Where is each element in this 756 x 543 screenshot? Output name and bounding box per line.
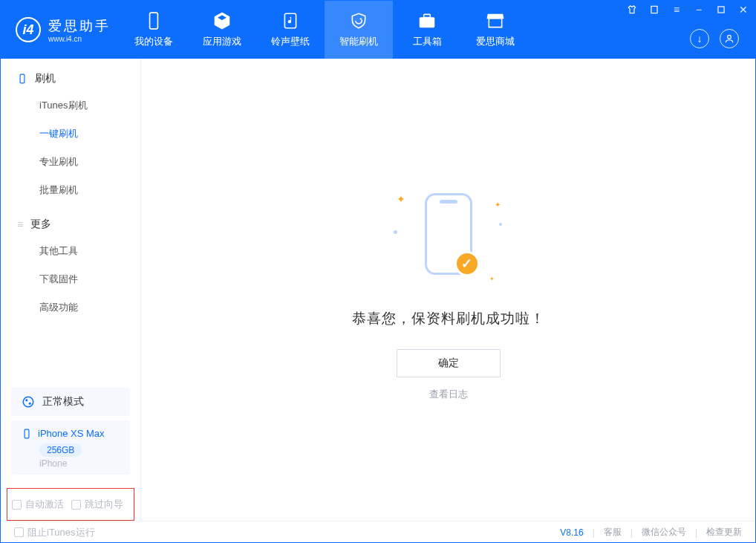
- check-update-link[interactable]: 检查更新: [706, 526, 742, 539]
- version-label: V8.16: [560, 527, 583, 538]
- main-nav: 我的设备 应用游戏 铃声壁纸 智能刷机 工具箱 爱思商城: [120, 1, 529, 59]
- checkbox-icon: [12, 500, 22, 510]
- nav-my-device[interactable]: 我的设备: [120, 1, 188, 59]
- toolbox-icon: [417, 11, 437, 30]
- sidebar: 刷机 iTunes刷机 一键刷机 专业刷机 批量刷机 ≡ 更多 其他工具 下载固…: [1, 59, 141, 521]
- svg-rect-7: [20, 74, 25, 83]
- maximize-button[interactable]: [715, 4, 727, 16]
- device-name: iPhone XS Max: [38, 428, 105, 439]
- device-card[interactable]: iPhone XS Max 256GB iPhone: [11, 420, 130, 475]
- svg-point-6: [728, 35, 731, 39]
- sparkle-icon: ✦: [397, 193, 405, 205]
- nav-label: 铃声壁纸: [271, 35, 310, 48]
- svg-rect-5: [718, 7, 724, 13]
- sidebar-section-flash: 刷机: [1, 59, 140, 91]
- phone-icon: [143, 11, 164, 30]
- mode-icon: [22, 395, 35, 409]
- svg-rect-4: [651, 6, 657, 13]
- checkbox-icon: [14, 527, 24, 537]
- sidebar-item-batch-flash[interactable]: 批量刷机: [1, 176, 140, 204]
- header-action-icons: ↓: [690, 29, 739, 48]
- list-icon: ≡: [17, 218, 23, 230]
- refresh-shield-icon: [348, 11, 369, 30]
- logo-icon: i4: [16, 17, 41, 42]
- nav-label: 应用游戏: [203, 35, 241, 48]
- checkbox-label: 自动激活: [25, 498, 64, 511]
- logo-text: 爱思助手 www.i4.cn: [48, 17, 111, 43]
- header: i4 爱思助手 www.i4.cn 我的设备 应用游戏 铃声壁纸 智能刷机 工具…: [1, 1, 755, 59]
- view-log-link[interactable]: 查看日志: [429, 388, 468, 401]
- dot-icon: [394, 230, 397, 234]
- nav-label: 爱思商城: [476, 35, 515, 48]
- wechat-link[interactable]: 微信公众号: [642, 526, 686, 539]
- download-icon[interactable]: ↓: [690, 29, 709, 48]
- app-name-en: www.i4.cn: [48, 35, 111, 43]
- nav-label: 工具箱: [413, 35, 442, 48]
- nav-label: 智能刷机: [339, 35, 378, 48]
- mode-label: 正常模式: [42, 395, 84, 409]
- main-content: ✦ ✦ ✦ ✓ 恭喜您，保资料刷机成功啦！ 确定 查看日志: [141, 59, 755, 521]
- success-illustration: ✦ ✦ ✦ ✓: [374, 178, 523, 290]
- sidebar-item-download-firmware[interactable]: 下载固件: [1, 265, 140, 293]
- sidebar-section-more: ≡ 更多: [1, 204, 140, 237]
- shop-icon: [485, 11, 506, 30]
- close-button[interactable]: ✕: [737, 4, 749, 16]
- mode-card[interactable]: 正常模式: [11, 388, 130, 416]
- music-icon: [280, 11, 301, 30]
- dot-icon: [499, 223, 502, 226]
- success-message: 恭喜您，保资料刷机成功啦！: [352, 309, 545, 328]
- shirt-icon[interactable]: [626, 4, 638, 16]
- app-name-cn: 爱思助手: [48, 17, 111, 35]
- user-icon[interactable]: [720, 29, 739, 48]
- sparkle-icon: ✦: [495, 201, 501, 209]
- footer: 阻止iTunes运行 V8.16 | 客服 | 微信公众号 | 检查更新: [1, 521, 755, 543]
- svg-rect-3: [424, 14, 431, 17]
- device-capacity: 256GB: [39, 443, 82, 457]
- section-title: 刷机: [35, 72, 56, 85]
- section-title: 更多: [30, 218, 51, 231]
- checkbox-label: 跳过向导: [85, 498, 123, 511]
- svg-point-9: [25, 399, 27, 401]
- sidebar-item-advanced[interactable]: 高级功能: [1, 293, 140, 322]
- svg-rect-11: [25, 429, 29, 438]
- support-link[interactable]: 客服: [604, 526, 622, 539]
- window-controls: ≡ − ✕: [626, 4, 749, 16]
- sidebar-item-oneclick-flash[interactable]: 一键刷机: [1, 120, 140, 148]
- sidebar-item-pro-flash[interactable]: 专业刷机: [1, 148, 140, 176]
- nav-toolbox[interactable]: 工具箱: [393, 1, 461, 59]
- checkbox-skip-guide[interactable]: 跳过向导: [71, 498, 123, 511]
- nav-label: 我的设备: [134, 35, 173, 48]
- note-icon[interactable]: [648, 4, 660, 16]
- sparkle-icon: ✦: [489, 276, 495, 282]
- checkbox-block-itunes[interactable]: 阻止iTunes运行: [14, 526, 95, 539]
- nav-store[interactable]: 爱思商城: [461, 1, 529, 59]
- nav-apps-games[interactable]: 应用游戏: [188, 1, 256, 59]
- checkbox-label: 阻止iTunes运行: [27, 526, 95, 539]
- svg-rect-2: [420, 18, 434, 27]
- minimize-button[interactable]: −: [693, 4, 705, 16]
- nav-smart-flash[interactable]: 智能刷机: [325, 1, 393, 59]
- sidebar-item-itunes-flash[interactable]: iTunes刷机: [1, 91, 140, 120]
- menu-icon[interactable]: ≡: [671, 4, 682, 16]
- body: 刷机 iTunes刷机 一键刷机 专业刷机 批量刷机 ≡ 更多 其他工具 下载固…: [1, 59, 755, 521]
- device-type: iPhone: [39, 458, 120, 469]
- svg-rect-0: [150, 13, 158, 29]
- device-phone-icon: [22, 429, 32, 439]
- cube-icon: [212, 11, 232, 30]
- checkbox-icon: [71, 500, 81, 510]
- logo-area: i4 爱思助手 www.i4.cn: [1, 17, 120, 43]
- svg-point-10: [29, 403, 31, 405]
- checkbox-auto-activate[interactable]: 自动激活: [12, 498, 64, 511]
- sidebar-item-other-tools[interactable]: 其他工具: [1, 237, 140, 265]
- confirm-button[interactable]: 确定: [397, 349, 501, 377]
- svg-point-8: [23, 397, 33, 407]
- options-highlight-box: 自动激活 跳过向导: [7, 488, 134, 521]
- check-badge-icon: ✓: [454, 251, 480, 276]
- phone-small-icon: [17, 74, 27, 84]
- nav-ringtones-wallpapers[interactable]: 铃声壁纸: [256, 1, 325, 59]
